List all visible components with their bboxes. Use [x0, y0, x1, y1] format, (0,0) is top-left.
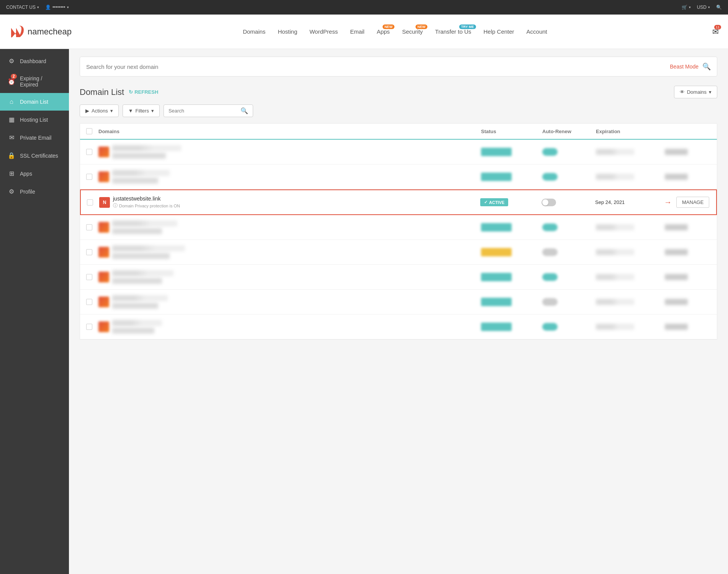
- table-search-input[interactable]: [169, 108, 237, 114]
- col-expiration: Expiration: [596, 129, 665, 134]
- domain-list-title: Domain List ↻ REFRESH: [80, 87, 158, 97]
- sidebar: ⚙ Dashboard ⏰ 2 Expiring / Expired ⌂ Dom…: [0, 49, 69, 574]
- nav-item-help[interactable]: Help Center: [478, 25, 520, 38]
- row-checkbox[interactable]: [86, 174, 92, 180]
- sidebar-label-dashboard: Dashboard: [20, 58, 46, 64]
- row-checkbox[interactable]: [87, 199, 93, 205]
- profile-icon: ⚙: [8, 188, 15, 195]
- apps-icon: ⊞: [8, 170, 15, 177]
- table-row: [80, 265, 717, 290]
- col-status: Status: [481, 129, 542, 134]
- header: namecheap Domains Hosting WordPress Emai…: [0, 15, 728, 49]
- col-checkbox: [86, 128, 98, 134]
- actions-button[interactable]: ▶ Actions ▾: [80, 104, 119, 117]
- table-row: [80, 140, 717, 165]
- main-nav: Domains Hosting WordPress Email Apps NEW…: [90, 25, 700, 38]
- actions-play-icon: ▶: [85, 108, 89, 114]
- nav-item-domains[interactable]: Domains: [237, 25, 271, 38]
- contact-us-link[interactable]: CONTACT US ▾: [6, 5, 39, 10]
- search-icon[interactable]: 🔍: [702, 62, 711, 71]
- domains-dropdown-button[interactable]: 👁 Domains ▾: [674, 86, 717, 98]
- currency-link[interactable]: USD ▾: [697, 5, 710, 10]
- transfer-badge: TRY ME: [459, 24, 476, 29]
- toolbar: ▶ Actions ▾ ▼ Filters ▾ 🔍: [80, 104, 717, 117]
- info-icon: ⓘ: [113, 202, 118, 209]
- nav-item-apps[interactable]: Apps NEW: [371, 25, 395, 38]
- top-bar-left: CONTACT US ▾ 👤 •••••••• ▾: [6, 5, 69, 10]
- sidebar-item-hosting-list[interactable]: ▦ Hosting List: [0, 111, 69, 129]
- checkmark-icon: ✓: [484, 200, 488, 205]
- domain-icon: [98, 147, 109, 157]
- sidebar-item-profile[interactable]: ⚙ Profile: [0, 183, 69, 201]
- header-checkbox[interactable]: [86, 128, 92, 134]
- nav-item-wordpress[interactable]: WordPress: [304, 25, 343, 38]
- sidebar-item-apps[interactable]: ⊞ Apps: [0, 165, 69, 183]
- domain-search-input[interactable]: [86, 64, 670, 70]
- apps-badge: NEW: [383, 24, 394, 29]
- table-row: [80, 165, 717, 189]
- table-row: [80, 215, 717, 240]
- nav-item-security[interactable]: Security NEW: [397, 25, 428, 38]
- logo[interactable]: namecheap: [9, 24, 72, 39]
- user-chevron: ▾: [67, 5, 69, 9]
- layout: ⚙ Dashboard ⏰ 2 Expiring / Expired ⌂ Dom…: [0, 49, 728, 574]
- row-checkbox[interactable]: [86, 299, 92, 305]
- main-content: Beast Mode 🔍 Domain List ↻ REFRESH 👁 Dom…: [69, 49, 728, 574]
- table-search-icon: 🔍: [240, 107, 248, 114]
- mail-badge: 11: [714, 25, 721, 29]
- nav-item-transfer[interactable]: Transfer to Us TRY ME: [430, 25, 476, 38]
- hosting-list-icon: ▦: [8, 116, 15, 123]
- expiration-date: Sep 24, 2021: [595, 199, 664, 205]
- sidebar-label-ssl: SSL Certificates: [20, 153, 58, 159]
- status-badge: ✓ ACTIVE: [480, 198, 508, 206]
- arrow-indicator: →: [664, 198, 672, 207]
- row-checkbox[interactable]: [86, 224, 92, 230]
- filters-icon: ▼: [128, 108, 133, 114]
- user-info-link[interactable]: 👤 •••••••• ▾: [45, 5, 69, 10]
- sidebar-label-profile: Profile: [20, 189, 35, 195]
- nav-item-account[interactable]: Account: [521, 25, 553, 38]
- manage-button[interactable]: MANAGE: [676, 197, 709, 208]
- expiring-icon: ⏰: [8, 78, 15, 85]
- nav-item-email[interactable]: Email: [345, 25, 370, 38]
- mail-icon-wrap[interactable]: ✉ 11: [712, 27, 719, 36]
- filters-chevron: ▾: [151, 108, 154, 114]
- row-checkbox[interactable]: [86, 149, 92, 155]
- header-right: ✉ 11: [712, 27, 719, 36]
- highlighted-domain-name: justatestwebsite.link: [113, 196, 180, 202]
- top-bar: CONTACT US ▾ 👤 •••••••• ▾ 🛒 ▾ USD ▾ 🔍: [0, 0, 728, 15]
- row-checkbox[interactable]: [86, 324, 92, 330]
- sidebar-item-ssl[interactable]: 🔒 SSL Certificates: [0, 147, 69, 165]
- domain-icon: [98, 222, 109, 233]
- filters-button[interactable]: ▼ Filters ▾: [123, 104, 160, 117]
- sidebar-label-private-email: Private Email: [20, 135, 51, 141]
- domain-icon: [98, 321, 109, 332]
- row-checkbox[interactable]: [86, 274, 92, 280]
- actions-chevron: ▾: [110, 108, 113, 114]
- sidebar-label-domain-list: Domain List: [20, 99, 48, 105]
- auto-renew-toggle[interactable]: [542, 199, 556, 206]
- search-link[interactable]: 🔍: [716, 5, 722, 10]
- domain-list-header: Domain List ↻ REFRESH 👁 Domains ▾: [80, 86, 717, 98]
- table-row: [80, 290, 717, 315]
- sidebar-item-dashboard[interactable]: ⚙ Dashboard: [0, 52, 69, 70]
- user-icon: 👤: [45, 5, 51, 10]
- beast-mode-label[interactable]: Beast Mode: [670, 64, 699, 70]
- eye-icon: 👁: [680, 89, 685, 95]
- sidebar-item-private-email[interactable]: ✉ Private Email: [0, 129, 69, 147]
- ssl-icon: 🔒: [8, 152, 15, 159]
- col-autorenew: Auto-Renew: [542, 129, 596, 134]
- refresh-button[interactable]: ↻ REFRESH: [129, 89, 158, 95]
- row-checkbox[interactable]: [86, 249, 92, 255]
- nav-item-hosting[interactable]: Hosting: [272, 25, 303, 38]
- dropdown-chevron: ▾: [709, 89, 712, 95]
- sidebar-item-expiring[interactable]: ⏰ 2 Expiring / Expired: [0, 70, 69, 93]
- cart-link[interactable]: 🛒 ▾: [682, 5, 691, 10]
- contact-us-chevron: ▾: [37, 5, 39, 9]
- domain-icon: [98, 297, 109, 307]
- sidebar-item-domain-list[interactable]: ⌂ Domain List: [0, 93, 69, 111]
- domain-icon: [98, 171, 109, 182]
- domain-icon: [98, 247, 109, 258]
- user-name: ••••••••: [52, 5, 65, 10]
- domain-search-bar: Beast Mode 🔍: [80, 57, 717, 77]
